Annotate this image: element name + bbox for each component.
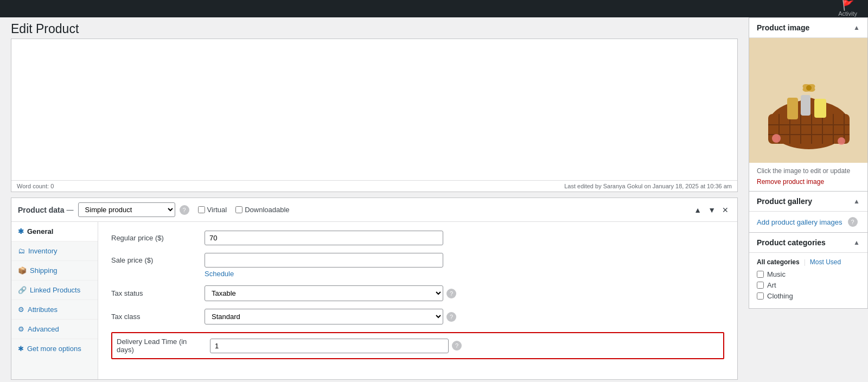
- nav-item-advanced[interactable]: ⚙ Advanced: [11, 319, 98, 339]
- general-nav-icon: ✱: [18, 227, 24, 235]
- all-categories-tab[interactable]: All categories: [757, 258, 800, 266]
- most-used-tab[interactable]: Most Used: [810, 258, 841, 266]
- remove-product-image-link[interactable]: Remove product image: [749, 177, 867, 191]
- category-music-label[interactable]: Music: [767, 270, 786, 278]
- delivery-lead-time-row: Delivery Lead Time (in days) ?: [111, 332, 724, 359]
- regular-price-input[interactable]: [205, 231, 443, 245]
- tax-class-field-group: Standard Reduced rate Zero rate ?: [205, 309, 456, 324]
- tax-status-label: Tax status: [111, 289, 198, 297]
- sale-price-input[interactable]: [205, 253, 443, 268]
- category-clothing-item: Clothing: [757, 292, 860, 300]
- editor-box: Word count: 0 Last edited by Saranya Gok…: [11, 39, 738, 192]
- nav-item-shipping[interactable]: 📦 Shipping: [11, 260, 98, 280]
- product-image-thumbnail[interactable]: [749, 38, 867, 163]
- nav-item-attributes[interactable]: ⚙ Attributes: [11, 300, 98, 319]
- category-clothing-label[interactable]: Clothing: [767, 292, 793, 300]
- product-categories-panel-header: Product categories ▲: [749, 233, 867, 253]
- sale-price-row: Sale price ($) Schedule: [111, 253, 724, 278]
- svg-rect-13: [801, 95, 810, 116]
- add-gallery-images-link[interactable]: Add product gallery images: [757, 218, 843, 226]
- category-art-item: Art: [757, 281, 860, 289]
- product-image-panel: Product image ▲: [749, 17, 868, 192]
- product-categories-collapse-icon[interactable]: ▲: [853, 239, 860, 246]
- shipping-nav-label: Shipping: [30, 266, 58, 275]
- regular-price-label: Regular price ($): [111, 234, 198, 242]
- category-art-checkbox[interactable]: [757, 282, 764, 289]
- sale-price-label: Sale price ($): [111, 253, 198, 264]
- admin-bar: 🚩 Activity: [0, 0, 868, 17]
- virtual-checkbox[interactable]: [198, 206, 205, 213]
- get-more-options-nav-icon: ✱: [18, 345, 24, 353]
- get-more-options-nav-label: Get more options: [27, 345, 81, 353]
- delivery-lead-time-input[interactable]: [210, 339, 449, 353]
- product-gallery-panel-header: Product gallery ▲: [749, 192, 867, 212]
- product-image-collapse-icon[interactable]: ▲: [853, 24, 860, 31]
- schedule-link[interactable]: Schedule: [205, 270, 443, 278]
- add-gallery-row: Add product gallery images ?: [757, 217, 860, 227]
- product-type-help-icon[interactable]: ?: [180, 205, 189, 215]
- product-data-separator: —: [67, 206, 74, 214]
- collapse-down-button[interactable]: ▼: [706, 205, 718, 215]
- product-image-title: Product image: [757, 23, 809, 32]
- tax-class-row: Tax class Standard Reduced rate Zero rat…: [111, 309, 724, 324]
- delivery-lead-time-field-group: ?: [210, 339, 462, 353]
- category-art-label[interactable]: Art: [767, 281, 776, 289]
- product-data-panel: Product data — Simple product Variable p…: [11, 198, 738, 380]
- product-gallery-panel: Product gallery ▲ Add product gallery im…: [749, 192, 868, 233]
- category-clothing-checkbox[interactable]: [757, 292, 764, 300]
- svg-point-19: [806, 85, 812, 91]
- delivery-lead-time-label: Delivery Lead Time (in days): [117, 338, 203, 354]
- nav-item-general[interactable]: ✱ General: [11, 222, 98, 241]
- content-area: Edit Product Word count: 0 Last edited b…: [0, 17, 868, 382]
- tax-class-help-icon[interactable]: ?: [446, 312, 456, 322]
- downloadable-label: Downloadable: [245, 206, 289, 214]
- nav-item-linked-products[interactable]: 🔗 Linked Products: [11, 280, 98, 300]
- product-categories-panel: Product categories ▲ All categories | Mo…: [749, 233, 868, 309]
- shipping-nav-icon: 📦: [18, 266, 27, 275]
- general-nav-label: General: [27, 227, 53, 235]
- tax-class-select[interactable]: Standard Reduced rate Zero rate: [205, 309, 443, 324]
- nav-item-get-more-options[interactable]: ✱ Get more options: [11, 339, 98, 358]
- tax-status-row: Tax status Taxable None Shipping only ?: [111, 285, 724, 301]
- attributes-nav-icon: ⚙: [18, 305, 24, 314]
- collapse-up-button[interactable]: ▲: [692, 205, 704, 215]
- advanced-nav-label: Advanced: [28, 325, 59, 333]
- categories-tabs: All categories | Most Used: [757, 258, 860, 266]
- activity-button[interactable]: 🚩 Activity: [834, 1, 861, 17]
- virtual-checkbox-label[interactable]: Virtual: [198, 206, 227, 214]
- activity-flag-icon: 🚩: [842, 1, 854, 10]
- svg-rect-12: [787, 98, 798, 119]
- advanced-nav-icon: ⚙: [18, 325, 24, 333]
- svg-point-16: [838, 137, 845, 145]
- inventory-nav-label: Inventory: [28, 247, 57, 255]
- delivery-lead-time-help-icon[interactable]: ?: [452, 341, 462, 351]
- tax-status-field-group: Taxable None Shipping only ?: [205, 285, 456, 301]
- product-type-select[interactable]: Simple product Variable product Grouped …: [78, 202, 175, 217]
- editor-content-area[interactable]: [11, 39, 737, 180]
- gallery-help-icon[interactable]: ?: [848, 217, 858, 227]
- right-sidebar: Product image ▲: [749, 17, 868, 382]
- category-music-checkbox[interactable]: [757, 271, 764, 278]
- activity-label: Activity: [838, 10, 857, 17]
- sale-price-field-group: Schedule: [205, 253, 443, 278]
- product-gallery-collapse-icon[interactable]: ▲: [853, 198, 860, 205]
- tax-status-help-icon[interactable]: ?: [446, 289, 456, 298]
- attributes-nav-label: Attributes: [28, 305, 58, 314]
- downloadable-checkbox[interactable]: [235, 206, 242, 213]
- product-image-panel-header: Product image ▲: [749, 18, 867, 38]
- last-edited: Last edited by Saranya Gokul on January …: [564, 183, 732, 189]
- word-count: Word count: 0: [17, 183, 54, 189]
- categories-tab-separator: |: [804, 258, 806, 266]
- collapse-toggle-button[interactable]: ✕: [720, 205, 731, 215]
- product-data-header: Product data — Simple product Variable p…: [11, 198, 737, 222]
- product-categories-title: Product categories: [757, 238, 826, 247]
- downloadable-checkbox-label[interactable]: Downloadable: [235, 206, 289, 214]
- product-data-label: Product data: [18, 206, 65, 214]
- product-gallery-body: Add product gallery images ?: [749, 212, 867, 232]
- main-column: Edit Product Word count: 0 Last edited b…: [0, 17, 749, 382]
- product-data-body: ✱ General 🗂 Inventory 📦 Shipping 🔗: [11, 222, 737, 379]
- editor-status-bar: Word count: 0 Last edited by Saranya Gok…: [11, 180, 737, 192]
- product-image-body: Click the image to edit or update Remove…: [749, 38, 867, 191]
- tax-status-select[interactable]: Taxable None Shipping only: [205, 285, 443, 301]
- nav-item-inventory[interactable]: 🗂 Inventory: [11, 241, 98, 260]
